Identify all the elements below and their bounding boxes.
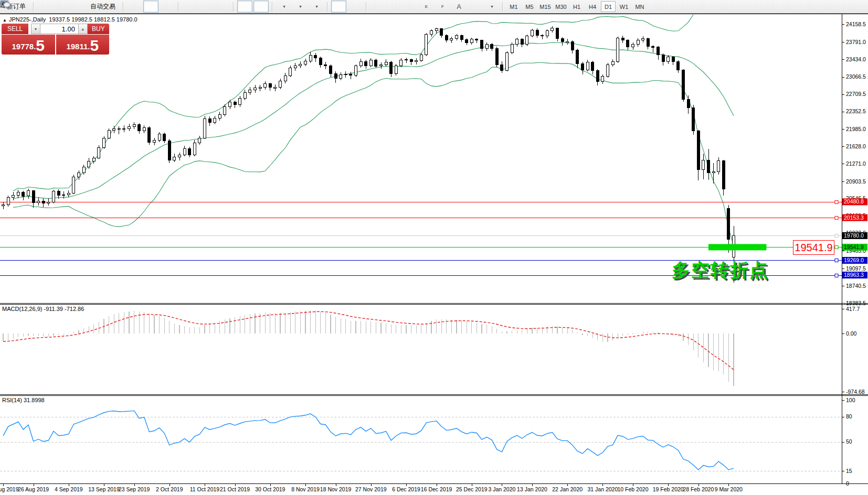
svg-text:20153.3: 20153.3 [844,214,864,221]
macd-values: -911.39 -712.86 [44,306,84,312]
crosshair-icon[interactable] [347,1,363,13]
svg-text:10 Feb 2020: 10 Feb 2020 [618,486,649,492]
rsi-value: 31.8998 [24,397,45,403]
cursor-icon[interactable] [331,1,346,13]
sell-button[interactable]: SELL [2,24,28,34]
timeframe-group: M1M5M15M30H1H4D1W1MN [506,1,648,12]
svg-text:30 Oct 2019: 30 Oct 2019 [255,486,285,492]
svg-text:28 Feb 2020: 28 Feb 2020 [683,486,714,492]
svg-text:18 Nov 2019: 18 Nov 2019 [320,486,352,492]
auto-scroll-icon[interactable] [237,1,252,13]
svg-text:9 Mar 2020: 9 Mar 2020 [715,486,743,492]
signal-icon[interactable] [70,1,85,13]
fibonacci-icon[interactable]: F [435,1,450,13]
toolbar-separator [233,2,234,12]
autotrade-label: 自动交易 [88,2,118,11]
vertical-line-icon[interactable] [370,1,385,13]
period-clock-icon[interactable]: ▾ [292,1,308,13]
price-callout[interactable]: 19541.9 [793,240,834,255]
svg-text:50: 50 [846,438,852,445]
timeframe-D1[interactable]: D1 [601,1,616,12]
svg-text:18963.3: 18963.3 [844,272,864,278]
svg-text:100: 100 [846,397,855,403]
svg-text:19780.0: 19780.0 [844,232,864,239]
svg-text:21985.0: 21985.0 [846,126,866,132]
svg-text:23791.0: 23791.0 [846,39,866,45]
svg-text:21 Oct 2019: 21 Oct 2019 [220,486,250,492]
chart-shift-icon[interactable] [253,1,269,13]
buy-button[interactable]: BUY [88,24,109,34]
svg-text:16 Dec 2019: 16 Dec 2019 [421,486,452,492]
timeframe-M30[interactable]: M30 [554,1,568,12]
buy-price[interactable]: 19811.5 [56,35,110,55]
svg-text:21271.0: 21271.0 [846,160,866,167]
annotation-text[interactable]: 多空转折点 [672,258,769,283]
timeframe-W1[interactable]: W1 [617,1,631,12]
mt4-window: 新订单 自动交易 ▾ ▾ ▾ E F A T ▾ [0,0,868,495]
svg-text:0: 0 [846,480,849,487]
symbol-name: JPN225-,Daily [9,16,46,23]
timeframe-H4[interactable]: H4 [585,1,600,12]
svg-text:13 Jan 2020: 13 Jan 2020 [517,486,547,492]
collapse-arrow-icon[interactable]: ▲ [3,18,7,23]
svg-text:22709.5: 22709.5 [846,91,866,97]
toolbar-separator [366,2,367,12]
svg-text:19097.5: 19097.5 [846,265,866,272]
rsi-label: RSI(14) 31.8998 [2,397,45,403]
add-indicator-icon[interactable]: ▾ [276,1,291,13]
text-icon[interactable]: A [451,1,467,13]
autotrade-button[interactable]: 自动交易 [86,1,120,13]
toolbar-separator [272,2,273,12]
ohlc-values: 19337.5 19982.5 18812.5 19780.0 [49,16,137,23]
macd-label: MACD(12,26,9) -911.39 -712.86 [2,306,84,312]
text-label-icon[interactable]: T [468,1,483,13]
line-chart-icon[interactable] [160,1,175,13]
arrows-icon[interactable]: ▾ [484,1,499,13]
svg-text:24158.5: 24158.5 [846,21,866,27]
svg-text:4 Sep 2019: 4 Sep 2019 [55,486,83,492]
svg-text:19269.0: 19269.0 [844,257,864,263]
account-icon[interactable] [54,1,69,13]
timeframe-M1[interactable]: M1 [506,1,521,12]
chart-canvas[interactable]: 24158.523791.023434.023066.522709.522352… [0,0,868,495]
template-icon[interactable]: ▾ [309,1,324,13]
toolbar-separator [178,2,179,12]
toolbar-separator [327,2,328,12]
svg-text:-974.68: -974.68 [846,389,865,395]
trendline-icon[interactable] [403,1,418,13]
volume-input[interactable] [40,24,78,34]
timeframe-M5[interactable]: M5 [522,1,537,12]
volume-down-button[interactable]: ▼ [31,24,40,34]
search-icon[interactable] [834,1,849,13]
zoom-out-icon[interactable] [198,1,214,13]
svg-text:20480.8: 20480.8 [844,198,864,205]
toolbar-separator [502,2,503,12]
bar-chart-icon[interactable] [127,1,142,13]
svg-text:26 Aug 2019: 26 Aug 2019 [18,486,49,492]
svg-text:20903.5: 20903.5 [846,178,866,185]
chat-icon[interactable] [850,1,865,13]
svg-text:23066.5: 23066.5 [846,73,866,80]
horizontal-line-icon[interactable] [386,1,401,13]
market-icon[interactable] [37,1,52,13]
volume-up-button[interactable]: ▲ [78,24,88,34]
toolbar-right-group [833,1,866,13]
zoom-in-icon[interactable] [182,1,197,13]
svg-text:8 Nov 2019: 8 Nov 2019 [291,486,320,492]
symbol-info-line: ▲JPN225-,Daily 19337.5 19982.5 18812.5 1… [3,16,137,23]
toolbar: 新订单 自动交易 ▾ ▾ ▾ E F A T ▾ [0,0,868,14]
svg-text:3 Jan 2020: 3 Jan 2020 [488,486,515,492]
channel-icon[interactable]: E [419,1,434,13]
toolbar-separator [123,2,124,12]
sell-price[interactable]: 19778.5 [2,35,55,55]
candlestick-chart-icon[interactable] [143,1,158,13]
dropdown-arrow-icon: ▾ [491,4,493,9]
timeframe-M15[interactable]: M15 [538,1,553,12]
svg-text:11 Oct 2019: 11 Oct 2019 [190,486,220,492]
timeframe-H1[interactable]: H1 [569,1,584,12]
svg-text:19 Feb 2020: 19 Feb 2020 [653,486,684,492]
tile-windows-icon[interactable] [215,1,230,13]
svg-text:13 Sep 2019: 13 Sep 2019 [88,486,120,492]
svg-text:15: 15 [846,468,852,474]
timeframe-MN[interactable]: MN [632,1,647,12]
